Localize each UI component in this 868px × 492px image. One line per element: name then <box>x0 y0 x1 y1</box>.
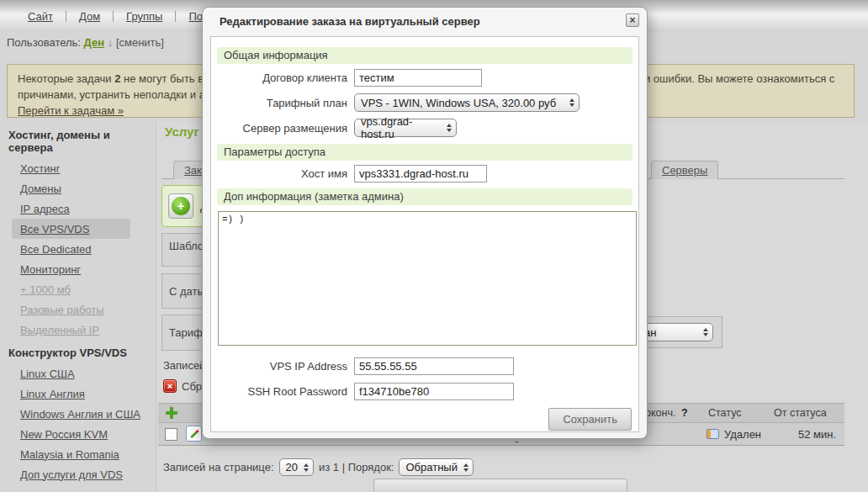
sidebar-link[interactable]: Домены <box>20 183 61 195</box>
field-row-ip: VPS IP Address <box>211 357 638 375</box>
row-checkbox[interactable] <box>165 428 177 441</box>
plus-circle-icon: + <box>172 197 190 215</box>
sidebar-item-linux-usa: Linux США <box>0 363 156 384</box>
col-header-help-icon[interactable]: ? <box>681 407 688 419</box>
sidebar-item-new-russia-kvm: New Россия KVM <box>0 424 156 444</box>
section-access-params: Параметры доступа <box>217 144 632 161</box>
stepper-arrows-icon <box>697 328 708 336</box>
field-row-server: Сервер размещения vps.dgrad-host.ru <box>211 119 638 137</box>
sidebar-link[interactable]: Все Dedicated <box>20 243 92 256</box>
row-from-status: 52 мин. <box>798 428 836 441</box>
row-edit-icon[interactable] <box>186 426 202 442</box>
contract-input[interactable] <box>354 69 482 87</box>
sidebar-link[interactable]: Linux США <box>20 368 75 380</box>
server-select[interactable]: vps.dgrad-host.ru <box>354 119 457 137</box>
ip-label: VPS IP Address <box>211 360 347 373</box>
sidebar-item-ip-addresses: IP адреса <box>0 198 156 219</box>
pagination-bar: Записей на странице: 20 из 1 | Порядок: … <box>163 458 474 476</box>
sidebar-item-all-vps: Все VPS/VDS <box>12 219 130 239</box>
order-select-value: Обратный <box>405 461 457 473</box>
tab-servers-link[interactable]: Серверы <box>662 164 707 177</box>
user-label: Пользователь: <box>7 36 81 49</box>
add-row-plus-icon[interactable] <box>166 407 177 419</box>
stepper-arrows-icon <box>564 98 574 107</box>
user-change-link[interactable]: [сменить] <box>116 36 164 49</box>
field-row-ssh: SSH Root Password <box>211 383 638 400</box>
status-icon <box>707 429 719 439</box>
sidebar-link[interactable]: IP адреса <box>20 203 70 215</box>
field-row-host: Хост имя <box>211 165 638 183</box>
user-dropdown-arrow-icon[interactable]: ↓ <box>108 36 114 49</box>
dialog-body: Общая информация Договор клиента Тарифны… <box>210 36 639 432</box>
sidebar-link[interactable]: Мониторинг <box>20 263 81 276</box>
plan-label: Тарифный план <box>211 97 347 109</box>
save-button[interactable]: Сохранить <box>548 408 632 431</box>
user-name-link[interactable]: Ден <box>84 36 105 49</box>
col-header-finish: оконч. <box>645 407 675 419</box>
records-count-label: Записей <box>163 359 205 372</box>
add-order-button[interactable]: + <box>168 193 193 219</box>
sidebar-link[interactable]: Linux Англия <box>20 388 85 400</box>
filter-template-label: Шабло <box>169 240 204 252</box>
per-page-select[interactable]: 20 <box>279 458 314 476</box>
col-header-from-status: От статуса <box>774 407 827 419</box>
sidebar-link[interactable]: New Россия KVM <box>20 428 108 441</box>
ssh-label: SSH Root Password <box>211 385 347 398</box>
sidebar-item-dedicated-ip: Выделенный IP <box>0 320 156 340</box>
sidebar-item-hosting: Хостинг <box>0 158 156 178</box>
admin-note-textarea[interactable]: =) ) <box>218 211 637 346</box>
server-select-value: vps.dgrad-host.ru <box>361 115 441 140</box>
stepper-arrows-icon <box>298 463 309 472</box>
sidebar-link[interactable]: Malaysia и Romania <box>20 448 119 461</box>
sidebar-item-linux-england: Linux Англия <box>0 384 156 404</box>
sidebar-item-windows-england-usa: Windows Англия и США <box>0 404 156 424</box>
go-to-tasks-link[interactable]: Перейти к задачам » <box>18 104 124 117</box>
warning-line1-right: и ошибки. Вы можете ознакомиться с <box>644 71 834 87</box>
nav-tab-groups[interactable]: Группы <box>114 10 175 23</box>
sidebar-header-dedicated-constructor: Конструктор Dedicated <box>0 484 156 492</box>
section-admin-note: Доп информация (заметка админа) <box>217 188 632 205</box>
ip-input[interactable] <box>354 357 514 375</box>
row-status: Удален <box>724 428 761 441</box>
bottom-panel <box>373 479 627 492</box>
host-input[interactable] <box>354 165 487 183</box>
warning-task-count: 2 <box>114 72 120 85</box>
sidebar-list: Хостинг Домены IP адреса Все VPS/VDS Все… <box>0 158 156 340</box>
sidebar: Хостинг, домены и сервера Хостинг Домены… <box>0 122 156 492</box>
nav-tab-site[interactable]: Сайт <box>15 10 66 23</box>
warning-text: Некоторые задачи <box>18 72 112 85</box>
per-page-label: Записей на странице: <box>163 461 274 473</box>
page-of-label: из 1 | Порядок: <box>319 461 394 473</box>
plan-select-value: VPS - 1WIN, Windows USA, 320.00 руб <box>361 97 556 109</box>
host-label: Хост имя <box>211 167 347 180</box>
reset-x-icon: × <box>163 379 177 393</box>
edit-order-dialog: Редактирование заказа на виртуальный сер… <box>202 7 648 439</box>
filter-date-label: С даты <box>169 285 205 298</box>
plan-select[interactable]: VPS - 1WIN, Windows USA, 320.00 руб <box>354 93 580 112</box>
sidebar-link[interactable]: Все VPS/VDS <box>20 223 89 235</box>
sidebar-item-monitoring: Мониторинг <box>0 259 156 279</box>
sidebar-item-all-dedicated: Все Dedicated <box>0 239 156 259</box>
dialog-close-button[interactable]: × <box>626 13 639 27</box>
per-page-value: 20 <box>286 461 298 473</box>
contract-label: Договор клиента <box>211 71 347 84</box>
sidebar-link[interactable]: Windows Англия и США <box>20 408 140 421</box>
close-x-icon: × <box>629 14 635 26</box>
sidebar-item-one-time-jobs: Разовые работы <box>0 299 156 320</box>
order-select[interactable]: Обратный <box>399 458 473 476</box>
nav-tab-home[interactable]: Дом <box>66 10 113 23</box>
server-label: Сервер размещения <box>211 122 347 135</box>
ssh-input[interactable] <box>354 383 514 400</box>
sidebar-link[interactable]: Выделенный IP <box>20 324 99 336</box>
sidebar-item-malaysia-romania: Malaysia и Romania <box>0 444 156 464</box>
sidebar-header-hosting: Хостинг, домены и сервера <box>0 122 156 158</box>
sidebar-item-1000mb: + 1000 мб <box>0 279 156 299</box>
stepper-arrows-icon <box>458 463 468 472</box>
stepper-arrows-icon <box>441 124 452 132</box>
user-row: Пользователь: Ден ↓ [сменить] <box>7 36 164 49</box>
sidebar-item-vds-extra-services: Доп услуги для VDS <box>0 464 156 484</box>
sidebar-link[interactable]: Хостинг <box>20 162 60 175</box>
sidebar-link[interactable]: + 1000 мб <box>20 283 71 296</box>
sidebar-link[interactable]: Разовые работы <box>20 304 104 316</box>
sidebar-link[interactable]: Доп услуги для VDS <box>20 468 123 481</box>
